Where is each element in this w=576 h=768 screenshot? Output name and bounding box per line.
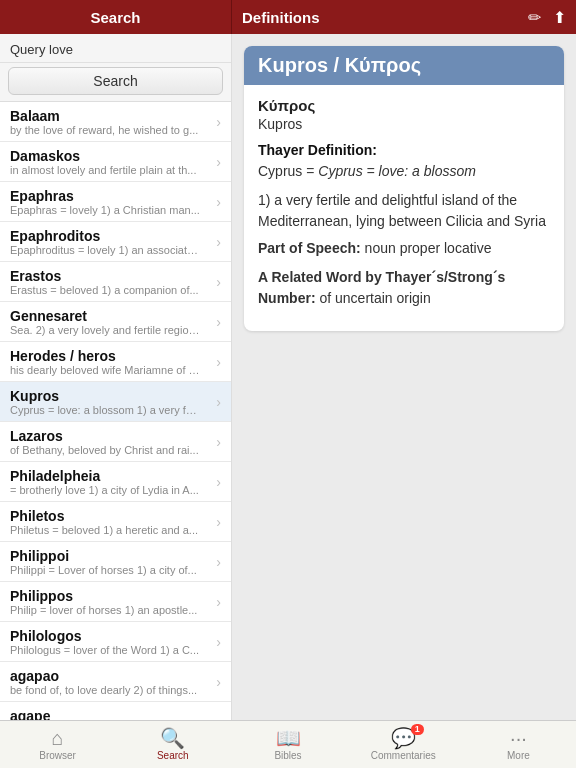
list-item[interactable]: Philippos Philip = lover of horses 1) an… — [0, 582, 231, 622]
list-item-title: agape — [10, 708, 212, 720]
chevron-right-icon: › — [216, 274, 221, 290]
list-item-subtitle: Epaphras = lovely 1) a Christian man... — [10, 204, 200, 216]
list-item-title: Epaphroditos — [10, 228, 212, 244]
list-item[interactable]: Philadelpheia = brotherly love 1) a city… — [0, 462, 231, 502]
list-item[interactable]: agape 1) brotherly love, affection, good… — [0, 702, 231, 720]
list-item[interactable]: Kupros Cyprus = love: a blossom 1) a ver… — [0, 382, 231, 422]
list-item-subtitle: Philetus = beloved 1) a heretic and a... — [10, 524, 200, 536]
search-button-wrapper: Search — [0, 63, 231, 102]
list-item-title: Epaphras — [10, 188, 212, 204]
chevron-right-icon: › — [216, 634, 221, 650]
tab-item-browser[interactable]: ⌂ Browser — [0, 721, 115, 768]
list-item[interactable]: Herodes / heros his dearly beloved wife … — [0, 342, 231, 382]
pos-label: Part of Speech: — [258, 240, 361, 256]
list-item-title: Lazaros — [10, 428, 212, 444]
list-item-subtitle: of Bethany, beloved by Christ and rai... — [10, 444, 200, 456]
list-item[interactable]: agapao be fond of, to love dearly 2) of … — [0, 662, 231, 702]
badge: 1 — [411, 724, 424, 735]
chevron-right-icon: › — [216, 194, 221, 210]
top-bar-definitions-section: Definitions ✏ ⬆ — [232, 0, 576, 34]
list-item-title: Damaskos — [10, 148, 212, 164]
search-button[interactable]: Search — [8, 67, 223, 95]
chevron-right-icon: › — [216, 554, 221, 570]
query-label: Query love — [10, 42, 73, 57]
top-bar-definitions-title: Definitions — [242, 9, 320, 26]
chevron-right-icon: › — [216, 394, 221, 410]
list-item-subtitle: in almost lovely and fertile plain at th… — [10, 164, 200, 176]
search-icon: 🔍 — [160, 728, 185, 748]
list-item-content: Philologos Philologus = lover of the Wor… — [10, 628, 212, 656]
tab-item-search[interactable]: 🔍 Search — [115, 721, 230, 768]
results-list: Balaam by the love of reward, he wished … — [0, 102, 231, 720]
chevron-right-icon: › — [216, 154, 221, 170]
list-item-subtitle: Philippi = Lover of horses 1) a city of.… — [10, 564, 200, 576]
list-item[interactable]: Philippoi Philippi = Lover of horses 1) … — [0, 542, 231, 582]
list-item[interactable]: Gennesaret Sea. 2) a very lovely and fer… — [0, 302, 231, 342]
list-item-title: agapao — [10, 668, 212, 684]
list-item-content: Lazaros of Bethany, beloved by Christ an… — [10, 428, 212, 456]
thayer-body: Cyprus = Cyprus = love: a blossom — [258, 161, 550, 182]
tab-label: Bibles — [274, 750, 301, 761]
list-item-content: Epaphras Epaphras = lovely 1) a Christia… — [10, 188, 212, 216]
chevron-right-icon: › — [216, 594, 221, 610]
list-item-title: Balaam — [10, 108, 212, 124]
list-item[interactable]: Epaphroditos Epaphroditus = lovely 1) an… — [0, 222, 231, 262]
definition-greek: Κύπρος — [258, 97, 550, 114]
list-item-subtitle: Philologus = lover of the Word 1) a C... — [10, 644, 200, 656]
list-item-subtitle: by the love of reward, he wished to g... — [10, 124, 200, 136]
tab-label: More — [507, 750, 530, 761]
left-panel: Query love Search Balaam by the love of … — [0, 34, 232, 720]
pos-value: noun proper locative — [365, 240, 492, 256]
share-icon[interactable]: ⬆ — [553, 8, 566, 27]
related-value: of uncertain origin — [319, 290, 430, 306]
list-item-content: Erastos Erastus = beloved 1) a companion… — [10, 268, 212, 296]
top-bar-search-section: Search — [0, 0, 232, 34]
list-item-content: Kupros Cyprus = love: a blossom 1) a ver… — [10, 388, 212, 416]
definition-card: Kupros / Κύπρος Κύπρος Kupros Thayer Def… — [244, 46, 564, 331]
bottom-tab-bar: ⌂ Browser 🔍 Search 📖 Bibles 💬1 Commentar… — [0, 720, 576, 768]
tab-label: Search — [157, 750, 189, 761]
chevron-right-icon: › — [216, 474, 221, 490]
tab-item-commentaries[interactable]: 💬1 Commentaries — [346, 721, 461, 768]
list-item-content: agapao be fond of, to love dearly 2) of … — [10, 668, 212, 696]
list-item-content: Philippoi Philippi = Lover of horses 1) … — [10, 548, 212, 576]
tab-item-more[interactable]: ··· More — [461, 721, 576, 768]
chevron-right-icon: › — [216, 514, 221, 530]
list-item-content: Philadelpheia = brotherly love 1) a city… — [10, 468, 212, 496]
list-item[interactable]: Epaphras Epaphras = lovely 1) a Christia… — [0, 182, 231, 222]
main-area: Query love Search Balaam by the love of … — [0, 34, 576, 720]
list-item[interactable]: Philetos Philetus = beloved 1) a heretic… — [0, 502, 231, 542]
list-item[interactable]: Damaskos in almost lovely and fertile pl… — [0, 142, 231, 182]
list-item-title: Philadelpheia — [10, 468, 212, 484]
list-item-subtitle: Sea. 2) a very lovely and fertile region… — [10, 324, 200, 336]
list-item-content: Philetos Philetus = beloved 1) a heretic… — [10, 508, 212, 536]
list-item-content: Gennesaret Sea. 2) a very lovely and fer… — [10, 308, 212, 336]
more-icon: ··· — [510, 728, 527, 748]
list-item-content: Damaskos in almost lovely and fertile pl… — [10, 148, 212, 176]
list-item[interactable]: Philologos Philologus = lover of the Wor… — [0, 622, 231, 662]
list-item-subtitle: his dearly beloved wife Mariamne of t... — [10, 364, 200, 376]
list-item-content: Epaphroditos Epaphroditus = lovely 1) an… — [10, 228, 212, 256]
commentaries-icon: 💬1 — [391, 728, 416, 748]
chevron-right-icon: › — [216, 434, 221, 450]
top-bar-actions: ✏ ⬆ — [528, 8, 566, 27]
list-item-subtitle: = brotherly love 1) a city of Lydia in A… — [10, 484, 200, 496]
chevron-right-icon: › — [216, 314, 221, 330]
list-item-content: Herodes / heros his dearly beloved wife … — [10, 348, 212, 376]
tab-item-bibles[interactable]: 📖 Bibles — [230, 721, 345, 768]
list-item-content: agape 1) brotherly love, affection, good… — [10, 708, 212, 720]
thayer-label: Thayer Definition: — [258, 142, 550, 158]
definition-title: Kupros / Κύπρος — [244, 46, 564, 85]
list-item[interactable]: Lazaros of Bethany, beloved by Christ an… — [0, 422, 231, 462]
right-panel: Kupros / Κύπρος Κύπρος Kupros Thayer Def… — [232, 34, 576, 720]
list-item-title: Erastos — [10, 268, 212, 284]
commentaries-badge-wrap: 💬1 — [391, 728, 416, 748]
list-item-content: Balaam by the love of reward, he wished … — [10, 108, 212, 136]
list-item[interactable]: Balaam by the love of reward, he wished … — [0, 102, 231, 142]
edit-icon[interactable]: ✏ — [528, 8, 541, 27]
list-item-title: Philippos — [10, 588, 212, 604]
bibles-icon: 📖 — [276, 728, 301, 748]
list-item[interactable]: Erastos Erastus = beloved 1) a companion… — [0, 262, 231, 302]
thayer-body2: 1) a very fertile and delightful island … — [258, 190, 550, 232]
chevron-right-icon: › — [216, 354, 221, 370]
